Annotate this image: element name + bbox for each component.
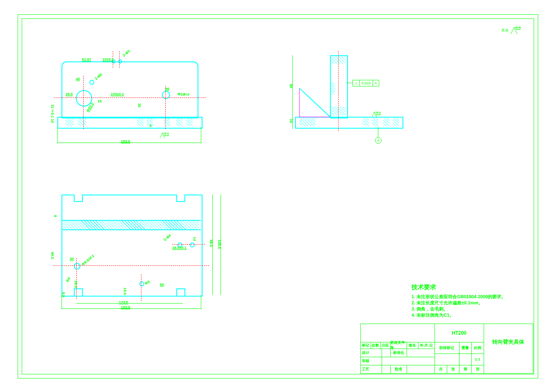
dim-35: 35 (137, 103, 141, 107)
plan-view: 8 2-Φ4 14 18.5±0.1 98.5 108.5 66.5 30 Φ9… (57, 193, 230, 307)
tb-h4: 更改文件号 (390, 342, 407, 349)
dim-26-5: 26.5 (74, 281, 78, 288)
dim-16: 16 (98, 99, 102, 103)
dim-29-5: 29.5 (66, 92, 73, 96)
tb-s1: 共 (434, 365, 447, 373)
dim-5: 5 (150, 124, 152, 128)
dim-103: 103±0.1 (111, 92, 124, 96)
sf-value: 6.3 (515, 26, 521, 30)
tb-s2: 张 (447, 365, 459, 373)
gdt-tol: 0.015 (360, 80, 373, 86)
dim-61-67: 61.67 (82, 57, 91, 61)
tb-c1: 标准化 (390, 349, 407, 357)
tb-r3: 工艺 (361, 365, 382, 373)
tb-material: HT200 (434, 324, 484, 342)
dim-123-5: 123.5 (119, 300, 128, 304)
tb-h6: 年.月.日 (418, 342, 435, 349)
svg-line-0 (299, 88, 330, 117)
sf-label: 其余 (501, 28, 509, 32)
sf-3-2-front: 3.2 (159, 132, 168, 140)
tech-req-title: 技术要求 (412, 283, 522, 291)
dim-36: 36 (165, 87, 169, 91)
tb-part-name: 转向臂夹具体 (484, 324, 533, 360)
title-block: HT200 转向臂夹具体 标记 处数 分区 更改文件号 签名 年.月.日 设计 … (360, 324, 533, 374)
dim-45: 45 (76, 77, 80, 81)
gdt-datum: A (373, 80, 379, 86)
dim-8: 8 (53, 215, 57, 217)
datum-a: A (375, 137, 382, 144)
tb-s4: 张 (471, 365, 484, 373)
gdt-sym: ⊥ (353, 80, 360, 86)
tb-h1: 标记 (361, 342, 371, 349)
tb-m1: 阶段标记 (434, 342, 459, 354)
tb-m2: 重量 (459, 342, 472, 354)
tb-h2: 处数 (371, 342, 381, 349)
tb-m4: 1:1 (471, 353, 484, 365)
tech-req-3: 3. 倒角，去毛刺。 (412, 306, 522, 312)
dim-18-5: 18.5±0.1 (172, 246, 187, 250)
dim-10b: 10 (50, 119, 55, 123)
tech-req-1: 1. 未注形状公差应符合GB01804-2000的要求。 (412, 294, 522, 300)
tb-c2: 批准 (390, 365, 407, 373)
dim-9-5: 9.5 (61, 292, 66, 297)
tech-req-4: 4. 未标注倒角为C1。 (412, 312, 522, 318)
dim-30: 30 (70, 257, 74, 261)
dim-10pm: 10±0.1 (102, 57, 114, 61)
gdt-frame: ⊥ 0.015 A (353, 80, 379, 86)
technical-requirements: 技术要求 1. 未注形状公差应符合GB01804-2000的要求。 2. 未注长… (412, 283, 522, 318)
dim-31: 31±0.1 (50, 104, 55, 118)
tech-req-2: 2. 未注长度尺寸允许偏差±0.1mm。 (412, 300, 522, 306)
tb-m3: 比例 (471, 342, 484, 354)
tb-s3: 第 (459, 365, 472, 373)
dim-60: 60 (160, 283, 164, 287)
dim-14: 14 (193, 237, 197, 241)
tb-r1: 设计 (361, 349, 382, 357)
front-view: 61.67 10±0.1 2-Φ3 45 2-Φ5 29.5 103±0.1 3… (57, 53, 205, 147)
dim-phi10: Φ10 (184, 93, 189, 96)
dim-66-5: 66.5 (50, 252, 55, 259)
sf-3-2-side: 3.2 (371, 111, 380, 119)
tb-h3: 分区 (380, 342, 391, 349)
dim-19-5: 19.5 (123, 288, 127, 295)
tb-r2: 审核 (361, 357, 382, 365)
global-surface-finish: 其余 6.3 (501, 27, 522, 35)
tb-h5: 签名 (407, 342, 419, 349)
side-view: 80 10 ⊥ 0.015 A 3.2 A (295, 53, 410, 147)
